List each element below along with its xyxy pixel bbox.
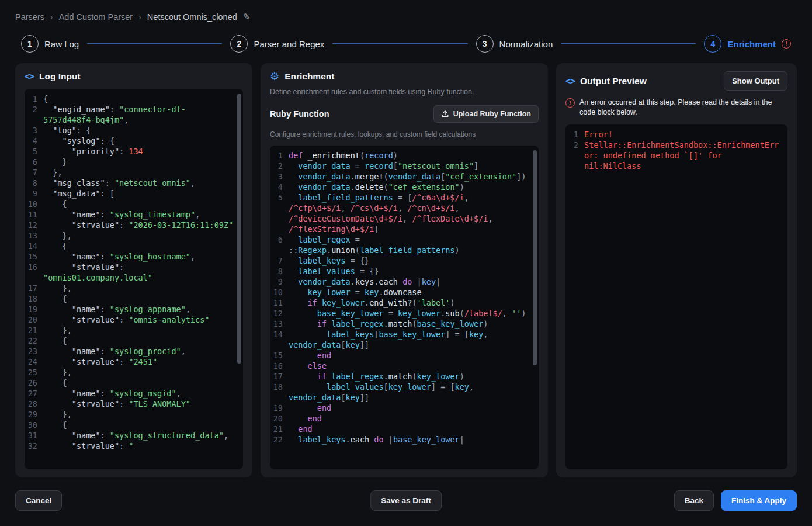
line-number: 10 xyxy=(25,199,43,209)
code-text: key_lower = key.downcase xyxy=(289,287,537,297)
line-number: 14 xyxy=(270,329,289,350)
code-text: if label_regex.match(key_lower) xyxy=(289,371,537,382)
ruby-function-label: Ruby Function xyxy=(270,109,329,119)
step-number: 2 xyxy=(230,35,248,53)
line-number: 2 xyxy=(270,161,289,171)
code-line: 4 "syslog": { xyxy=(25,136,242,146)
ruby-editor-scrollbar[interactable] xyxy=(533,150,537,365)
line-number: 27 xyxy=(25,388,43,399)
code-line: 29 }, xyxy=(25,409,242,420)
line-number: 1 xyxy=(270,150,289,161)
line-number: 1 xyxy=(565,129,584,140)
code-text: { xyxy=(43,420,242,430)
code-text: }, xyxy=(43,409,242,420)
breadcrumb-add-custom-parser[interactable]: Add Custom Parser xyxy=(59,12,133,22)
enrichment-caption: Configure enrichment rules, lookups, and… xyxy=(270,130,539,139)
step-number: 4 xyxy=(704,35,721,53)
upload-ruby-function-label: Upload Ruby Function xyxy=(453,110,531,118)
line-number: 6 xyxy=(25,157,43,167)
error-output-block[interactable]: 1Error!2Stellar::EnrichmentSandbox::Enri… xyxy=(565,124,787,469)
code-line: 14 label_keys[base_key_lower] = [key, ve… xyxy=(270,329,537,350)
code-line: 13 if label_regex.match(base_key_lower) xyxy=(270,319,537,329)
output-preview-header: <> Output Preview Show Output xyxy=(565,71,787,91)
code-line: 4 vendor_data.delete("cef_extension") xyxy=(270,182,537,192)
save-as-draft-button[interactable]: Save as Draft xyxy=(370,490,442,511)
code-text: "msg_data": [ xyxy=(43,188,242,199)
code-text: end xyxy=(289,403,537,413)
log-input-editor[interactable]: 1{2 "engid_name": "connector-dl-5757d448… xyxy=(25,89,243,469)
line-number: 2 xyxy=(565,140,584,171)
code-text: Stellar::EnrichmentSandbox::EnrichmentEr… xyxy=(584,140,786,171)
code-text: { xyxy=(43,335,242,346)
log-input-scrollbar[interactable] xyxy=(237,94,241,364)
code-line: 17 }, xyxy=(25,283,242,293)
line-number: 9 xyxy=(270,276,289,287)
line-number: 25 xyxy=(25,367,43,378)
line-number: 24 xyxy=(25,357,43,367)
code-line: 20 end xyxy=(270,413,537,424)
line-number: 15 xyxy=(270,350,289,361)
upload-ruby-function-button[interactable]: Upload Ruby Function xyxy=(433,105,539,123)
code-line: 9 vendor_data.keys.each do |key| xyxy=(270,276,537,287)
code-text: { xyxy=(43,378,242,388)
code-line: 5 label_field_patterns = [/^c6a\d+$/i, /… xyxy=(270,192,537,234)
line-number: 30 xyxy=(25,420,43,430)
code-line: 2 "engid_name": "connector-dl-5757d448f4… xyxy=(25,104,242,125)
ruby-function-editor[interactable]: 1def _enrichment(record)2 vendor_data = … xyxy=(270,146,539,469)
main-content: <> Log Input 1{2 "engid_name": "connecto… xyxy=(0,53,812,477)
breadcrumb-parsers[interactable]: Parsers xyxy=(15,12,44,22)
code-line: 16 "strvalue": "omnis01.company.local" xyxy=(25,262,242,283)
breadcrumb-separator: › xyxy=(50,12,53,22)
line-number: 29 xyxy=(25,409,43,420)
log-input-header: <> Log Input xyxy=(25,71,243,82)
code-line: 21 }, xyxy=(25,325,242,335)
line-number: 32 xyxy=(25,441,43,451)
step-connector xyxy=(561,43,696,44)
code-text: "strvalue": "TLS_ANOMALY" xyxy=(43,399,242,409)
step-normalization[interactable]: 3 Normalization xyxy=(476,35,553,53)
code-line: 1{ xyxy=(25,94,242,104)
code-line: 21 end xyxy=(270,424,537,434)
step-parser-and-regex[interactable]: 2 Parser and Regex xyxy=(230,35,324,53)
step-connector xyxy=(87,43,222,44)
code-text: label_values[key_lower] = [key, vendor_d… xyxy=(289,382,537,403)
code-text: }, xyxy=(43,167,242,178)
code-text: "name": "syslog_procid", xyxy=(43,346,242,357)
code-line: 22 label_keys.each do |base_key_lower| xyxy=(270,434,537,445)
finish-apply-button[interactable]: Finish & Apply xyxy=(721,490,797,511)
line-number: 20 xyxy=(270,413,289,424)
show-output-button[interactable]: Show Output xyxy=(724,71,787,91)
edit-parser-name-icon[interactable]: ✎ xyxy=(243,12,251,22)
line-number: 16 xyxy=(25,262,43,283)
step-raw-log[interactable]: 1 Raw Log xyxy=(21,35,79,53)
line-number: 2 xyxy=(25,104,43,125)
code-text: }, xyxy=(43,367,242,378)
step-number: 3 xyxy=(476,35,494,53)
code-text: "name": "syslog_structured_data", xyxy=(43,430,242,441)
line-number: 3 xyxy=(270,171,289,182)
step-number: 1 xyxy=(21,35,39,53)
back-button[interactable]: Back xyxy=(674,490,714,511)
code-line: 14 { xyxy=(25,241,242,251)
step-enrichment[interactable]: 4 Enrichment ! xyxy=(704,35,791,53)
line-number: 21 xyxy=(25,325,43,335)
code-text: label_keys = {} xyxy=(289,255,537,266)
breadcrumb: Parsers › Add Custom Parser › Netscout O… xyxy=(0,0,812,25)
code-line: 7 label_keys = {} xyxy=(270,255,537,266)
code-line: 26 { xyxy=(25,378,242,388)
code-text: "log": { xyxy=(43,125,242,136)
code-text: "name": "syslog_timestamp", xyxy=(43,209,242,220)
code-text: "priority": 134 xyxy=(43,146,242,157)
step-connector xyxy=(332,43,467,44)
cancel-button[interactable]: Cancel xyxy=(15,490,62,511)
code-text: "strvalue": "2451" xyxy=(43,357,242,367)
line-number: 12 xyxy=(25,220,43,230)
code-text: "syslog": { xyxy=(43,136,242,146)
code-text: end xyxy=(289,413,537,424)
code-text: { xyxy=(43,199,242,209)
line-number: 17 xyxy=(270,371,289,382)
code-text: "name": "syslog_msgid", xyxy=(43,388,242,399)
code-line: 7 }, xyxy=(25,167,242,178)
line-number: 3 xyxy=(25,125,43,136)
code-line: 17 if label_regex.match(key_lower) xyxy=(270,371,537,382)
